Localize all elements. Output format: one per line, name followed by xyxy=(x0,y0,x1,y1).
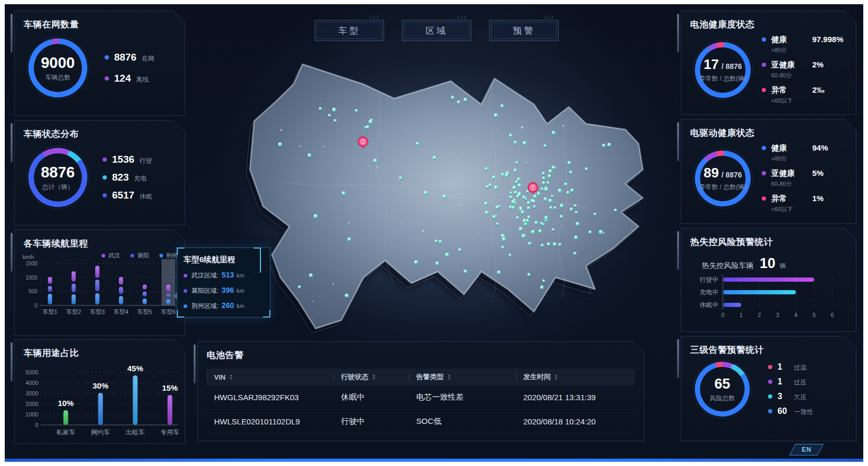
legend-label: 行驶 xyxy=(139,156,152,165)
legend-sublabel: <60以下 xyxy=(771,97,793,104)
legend-label: 健康 xyxy=(771,35,812,45)
filter-button-warning[interactable]: 预警 xyxy=(489,20,559,41)
svg-text:45%: 45% xyxy=(127,364,143,373)
svg-text:车型3: 车型3 xyxy=(90,309,105,315)
edrive-health-donut-chart[interactable]: 89 / 8876 异常数 / 总数(辆) xyxy=(692,148,753,209)
tooltip-row: 襄阳区域: 396 km xyxy=(184,286,264,295)
sort-icon[interactable]: ▲▼ xyxy=(229,374,233,380)
tooltip-value: 396 xyxy=(221,286,234,294)
range-stacked-bar-chart[interactable]: km/h150010005000车型1车型2车型3车型4车型5车型6 xyxy=(19,255,180,333)
legend-value: 124 xyxy=(114,73,131,84)
online-donut-chart[interactable]: 9000 车辆总数 xyxy=(26,36,90,100)
legend-label: 休眠 xyxy=(139,192,152,201)
sort-icon[interactable]: ▲▼ xyxy=(372,374,376,380)
tooltip-unit: km xyxy=(237,287,245,294)
panel-battery-alarm: 电池告警 VIN▲▼ 行驶状态▲▼ 告警类型▲▼ 发生时间▲▼ HWGLSARJ… xyxy=(197,341,644,441)
screenshot-frame: 车型 区域 预警 车辆在网数量 9000 车辆总数 8876 在网 xyxy=(0,0,868,466)
legend-dot xyxy=(762,146,766,150)
svg-text:2: 2 xyxy=(758,312,761,318)
map-filter-buttons: 车型 区域 预警 xyxy=(315,20,559,41)
bottom-accent-bar xyxy=(5,459,863,462)
legend-value: 60 xyxy=(778,406,787,416)
sort-icon[interactable]: ▲▼ xyxy=(554,374,558,380)
svg-text:1000: 1000 xyxy=(26,411,38,418)
table-header-alarm-type[interactable]: 告警类型▲▼ xyxy=(409,372,516,382)
thermal-hbar-chart[interactable]: 0123456行驶中充电中休眠中 xyxy=(684,274,853,321)
cell-vin: HWLSLE020101102DL9 xyxy=(207,417,334,426)
sort-icon[interactable]: ▲▼ xyxy=(447,374,451,380)
svg-text:休眠中: 休眠中 xyxy=(700,301,719,309)
legend-label: 武汉 xyxy=(108,252,120,260)
tooltip-label: 襄阳区域: xyxy=(191,286,218,295)
panel-accent xyxy=(677,14,679,53)
legend-item: 8876 在网 xyxy=(105,52,154,63)
status-donut-chart[interactable]: 8876 总计（辆） xyxy=(26,145,90,210)
panel-title: 车辆用途占比 xyxy=(14,339,185,359)
legend-label: 亚健康 xyxy=(771,168,812,179)
table-header-time[interactable]: 发生时间▲▼ xyxy=(516,372,635,382)
legend-value: 97.998% xyxy=(812,35,843,45)
map-hubei-province[interactable] xyxy=(219,50,656,337)
cell-time: 2020/08/21 13:31:39 xyxy=(516,393,635,402)
column-label: 发生时间 xyxy=(523,372,551,382)
legend-dot xyxy=(762,196,766,201)
panel-title: 车辆状态分布 xyxy=(14,120,185,140)
panel-accent xyxy=(677,231,679,270)
cell-alarm-type: 电芯一致性差 xyxy=(409,392,516,402)
cell-drive-status: 行驶中 xyxy=(334,441,409,451)
language-toggle-en[interactable]: EN xyxy=(789,444,824,455)
legend-dot xyxy=(102,254,105,257)
legend-item: 823 充电 xyxy=(103,172,152,183)
svg-text:4: 4 xyxy=(794,312,798,318)
range-tooltip: 车型6续航里程 武汉区域: 513 km 襄阳区域: 396 km 荆州区域: … xyxy=(177,247,270,318)
table-row[interactable]: HWGLSARJ98292FK03 休眠中 电芯一致性差 2020/08/21 … xyxy=(207,385,635,410)
panel-thermal-risk: 热失控风险预警统计 热失控风险车辆 10 辆 0123456行驶中充电中休眠中 xyxy=(681,228,856,332)
svg-text:私家车: 私家车 xyxy=(56,429,75,436)
battery-health-donut-chart[interactable]: 17 / 8876 异常数 / 总数(辆) xyxy=(692,39,753,101)
legend-dot xyxy=(184,289,187,293)
legend-item: 1 过温 xyxy=(768,362,813,372)
panel-battery-health: 电池健康度状态 17 / 8876 异常数 / 总数(辆) 健康97.998%>… xyxy=(681,11,856,115)
legend-label: 荆州 xyxy=(166,252,178,260)
cell-time: 2020/08/05 10:11:01 xyxy=(516,441,635,450)
svg-text:10%: 10% xyxy=(58,399,74,408)
cell-alarm-type: SOC低 xyxy=(409,417,516,427)
legend-dot xyxy=(103,157,107,162)
donut-center-total: / 8876 xyxy=(721,171,742,179)
panel-accent xyxy=(11,342,13,381)
level3-donut-chart[interactable]: 65 风险总数 xyxy=(692,359,752,419)
legend-value: 94% xyxy=(812,143,828,153)
svg-text:车型2: 车型2 xyxy=(66,309,81,315)
legend-dot xyxy=(768,409,772,413)
legend-value: 2% xyxy=(812,60,824,70)
legend-item: 荆州 xyxy=(159,252,178,260)
panel-accent xyxy=(11,14,13,53)
legend-dot xyxy=(768,394,772,399)
usage-bar-chart[interactable]: 50004000300020001000010%私家车30%网约车45%出租车1… xyxy=(18,359,183,441)
table-row[interactable]: HWFP314941OEB0312 行驶中 SOC跳变 2020/08/05 1… xyxy=(207,434,635,458)
legend-sublabel: >80分 xyxy=(771,47,787,53)
donut-center-label: 总计（辆） xyxy=(42,183,74,192)
legend-dot xyxy=(762,171,766,175)
legend: 健康97.998%>80分 亚健康2%60-80分 异常2‰<60以下 xyxy=(762,35,849,105)
legend-dot xyxy=(103,175,107,180)
donut-center-label: 车辆总数 xyxy=(45,73,70,82)
legend-item: 亚健康2%60-80分 xyxy=(762,60,846,80)
tooltip-corner xyxy=(263,310,270,318)
legend-item: 健康97.998%>80分 xyxy=(762,35,846,54)
svg-text:行驶中: 行驶中 xyxy=(700,276,719,283)
legend-label: 异常 xyxy=(771,194,812,204)
column-label: VIN xyxy=(214,373,226,381)
legend: 1536 行驶 823 充电 6517 休眠 xyxy=(103,154,152,201)
table-row[interactable]: HWLSLE020101102DL9 行驶中 SOC低 2020/08/18 1… xyxy=(207,410,635,434)
filter-button-region[interactable]: 区域 xyxy=(402,20,471,41)
tooltip-value: 260 xyxy=(221,301,234,310)
table-header-drive-status[interactable]: 行驶状态▲▼ xyxy=(334,372,409,382)
legend-label: 异常 xyxy=(771,85,812,95)
legend-label: 充电 xyxy=(134,174,147,183)
table-header-vin[interactable]: VIN▲▼ xyxy=(207,373,334,381)
tooltip-corner xyxy=(177,310,184,318)
legend-sublabel: >80分 xyxy=(771,155,787,162)
filter-button-vehicle-type[interactable]: 车型 xyxy=(315,20,384,41)
legend-item: 异常1%<60以下 xyxy=(762,194,846,213)
